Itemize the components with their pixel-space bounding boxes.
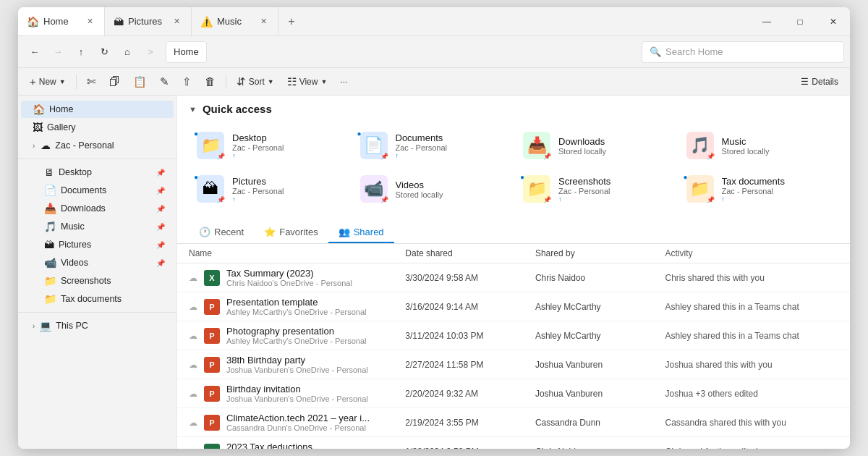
- tab-close-music[interactable]: ✕: [258, 16, 269, 28]
- content-tab-shared[interactable]: 👥Shared: [328, 222, 394, 243]
- file-date-tax-deductions: 1/30/2024 9:58 PM: [405, 447, 535, 449]
- quick-item-screenshots[interactable]: 📁 ● 📌 Screenshots Zac - Personal ↑: [515, 169, 676, 209]
- table-row-climate-action[interactable]: ☁ P ClimateAction.tech 2021 – year i... …: [177, 408, 850, 437]
- copy-button[interactable]: 🗍: [103, 72, 126, 90]
- quick-item-sub-tax-documents: Zac - Personal: [722, 187, 832, 195]
- quick-item-icon-downloads: 📥 📌: [522, 131, 551, 160]
- quick-item-name-pictures: Pictures: [232, 176, 342, 187]
- sidebar-item-desktop[interactable]: 🖥Desktop📌: [21, 164, 174, 181]
- sidebar-icon-home: 🏠: [33, 104, 45, 115]
- view-icon: ☷: [287, 75, 297, 88]
- paste-button[interactable]: 📋: [127, 72, 153, 91]
- quick-item-sync-pictures: ↑: [232, 195, 342, 203]
- sidebar-icon-gallery: 🖼: [33, 122, 43, 133]
- table-row-photography-presentation[interactable]: ☁ P Photography presentation Ashley McCa…: [177, 321, 850, 350]
- quick-item-icon-desktop: 📁 ● 📌: [196, 131, 225, 160]
- details-button[interactable]: ☰ Details: [795, 74, 844, 90]
- tab-pictures[interactable]: 🏔 Pictures ✕: [105, 7, 192, 35]
- new-button[interactable]: + New ▼: [24, 72, 72, 90]
- tab-home[interactable]: 🏠 Home ✕: [18, 7, 105, 35]
- sidebar-label-desktop: Desktop: [59, 167, 92, 177]
- sidebar-item-documents[interactable]: 📄Documents📌: [21, 182, 174, 199]
- more-button[interactable]: ···: [334, 74, 353, 90]
- close-button[interactable]: ✕: [817, 7, 850, 35]
- file-title-climate-action: ClimateAction.tech 2021 – year i...: [226, 413, 370, 423]
- content-tab-recent[interactable]: 🕐Recent: [189, 222, 254, 243]
- sidebar-label-gallery: Gallery: [47, 122, 76, 132]
- quick-item-name-videos: Videos: [396, 180, 506, 190]
- content-tab-label-shared: Shared: [354, 227, 384, 237]
- cloud-icon-birthday-invitation: ☁: [189, 389, 197, 399]
- table-row-birthday-party[interactable]: ☁ P 38th Birthday party Joshua Vanburen'…: [177, 350, 850, 379]
- quick-item-desktop[interactable]: 📁 ● 📌 Desktop Zac - Personal ↑: [189, 125, 349, 166]
- add-tab-button[interactable]: +: [278, 7, 305, 35]
- quick-item-pictures[interactable]: 🏔 ● 📌 Pictures Zac - Personal ↑: [189, 169, 349, 209]
- ribbon-separator-1: [76, 75, 77, 89]
- file-name-col-tax-summary: ☁ X Tax Summary (2023) Chris Naidoo's On…: [189, 268, 405, 287]
- sidebar-icon-screenshots: 📁: [44, 275, 56, 287]
- sidebar-item-screenshots[interactable]: 📁Screenshots: [21, 272, 174, 290]
- table-row-tax-deductions[interactable]: ☁ X 2023 Tax deductions Chris Naidoo's O…: [177, 437, 850, 449]
- col-header-date: Date shared: [405, 248, 535, 258]
- content-tab-favorites[interactable]: ⭐Favorites: [254, 222, 328, 243]
- view-button[interactable]: ☷ View ▼: [281, 72, 333, 91]
- col-header-activity: Activity: [665, 248, 838, 258]
- table-row-birthday-invitation[interactable]: ☁ P Birthday invitation Joshua Vanburen'…: [177, 379, 850, 408]
- file-activity-birthday-party: Joshua shared this with you: [665, 360, 838, 370]
- sort-button[interactable]: ⇵ Sort ▼: [231, 72, 280, 91]
- content-tab-label-recent: Recent: [214, 227, 244, 237]
- sidebar-label-pictures: Pictures: [59, 240, 91, 250]
- tab-close-pictures[interactable]: ✕: [171, 16, 182, 28]
- quick-item-icon-screenshots: 📁 ● 📌: [522, 174, 551, 203]
- sidebar-item-this-pc[interactable]: ›💻This PC: [21, 317, 174, 334]
- quick-item-documents[interactable]: 📄 ● 📌 Documents Zac - Personal ↑: [352, 125, 513, 166]
- share-button[interactable]: ⇧: [176, 72, 197, 91]
- search-bar[interactable]: 🔍 Search Home: [642, 41, 844, 63]
- breadcrumb[interactable]: Home: [166, 41, 207, 63]
- back-button[interactable]: ←: [24, 41, 46, 63]
- tab-close-home[interactable]: ✕: [84, 16, 95, 28]
- sidebar-item-gallery[interactable]: 🖼Gallery: [21, 119, 174, 136]
- delete-button[interactable]: 🗑: [199, 72, 221, 90]
- table-row-tax-summary[interactable]: ☁ X Tax Summary (2023) Chris Naidoo's On…: [177, 263, 850, 292]
- file-name-col-climate-action: ☁ P ClimateAction.tech 2021 – year i... …: [189, 413, 405, 432]
- cloud-icon-tax-summary: ☁: [189, 273, 197, 283]
- file-type-icon-climate-action: P: [203, 414, 221, 431]
- tab-bar: 🏠 Home ✕ 🏔 Pictures ✕ ⚠️ Music ✕ +: [18, 7, 750, 35]
- sidebar-icon-documents: 📄: [44, 185, 56, 196]
- sidebar-item-videos[interactable]: 📹Videos📌: [21, 254, 174, 271]
- quick-item-name-downloads: Downloads: [558, 136, 668, 147]
- sidebar-item-home[interactable]: 🏠Home: [21, 101, 174, 118]
- quick-item-icon-tax-documents: 📁 ● 📌: [686, 174, 715, 203]
- cut-button[interactable]: ✄: [81, 72, 102, 91]
- up-button[interactable]: ↑: [70, 41, 92, 63]
- rename-icon: ✎: [160, 75, 169, 88]
- col-header-shared: Shared by: [535, 248, 665, 258]
- content-tab-icon-shared: 👥: [339, 227, 350, 237]
- sidebar-item-music[interactable]: 🎵Music📌: [21, 218, 174, 235]
- sidebar-item-pictures[interactable]: 🏔Pictures📌: [21, 236, 174, 253]
- refresh-button[interactable]: ↻: [93, 41, 115, 63]
- file-date-tax-summary: 3/30/2024 9:58 AM: [405, 273, 535, 283]
- quick-item-videos[interactable]: 📹 📌 Videos Stored locally: [352, 169, 513, 209]
- quick-item-downloads[interactable]: 📥 📌 Downloads Stored locally: [515, 125, 676, 166]
- delete-icon: 🗑: [205, 75, 216, 88]
- quick-access-header[interactable]: ▼ Quick access: [177, 96, 850, 122]
- forward-button[interactable]: →: [47, 41, 69, 63]
- quick-item-music[interactable]: 🎵 📌 Music Stored locally: [678, 125, 839, 166]
- table-row-presentation-template[interactable]: ☁ P Presentation template Ashley McCarth…: [177, 292, 850, 321]
- quick-item-sub-pictures: Zac - Personal: [232, 187, 342, 195]
- sidebar-item-zac-personal[interactable]: ›☁Zac - Personal: [21, 137, 174, 154]
- maximize-button[interactable]: □: [783, 7, 817, 35]
- file-type-icon-presentation-template: P: [203, 298, 221, 316]
- tab-music[interactable]: ⚠️ Music ✕: [192, 7, 278, 35]
- quick-item-tax-documents[interactable]: 📁 ● 📌 Tax documents Zac - Personal ↑: [678, 169, 839, 209]
- sidebar-label-downloads: Downloads: [61, 203, 106, 214]
- rename-button[interactable]: ✎: [154, 72, 175, 91]
- quick-item-sub-desktop: Zac - Personal: [232, 143, 342, 152]
- minimize-button[interactable]: —: [750, 7, 783, 35]
- quick-item-sync-documents: ↑: [396, 152, 506, 159]
- home-nav-button[interactable]: ⌂: [116, 41, 138, 63]
- sidebar-item-downloads[interactable]: 📥Downloads📌: [21, 200, 174, 217]
- sidebar-item-tax-documents[interactable]: 📁Tax documents: [21, 290, 174, 308]
